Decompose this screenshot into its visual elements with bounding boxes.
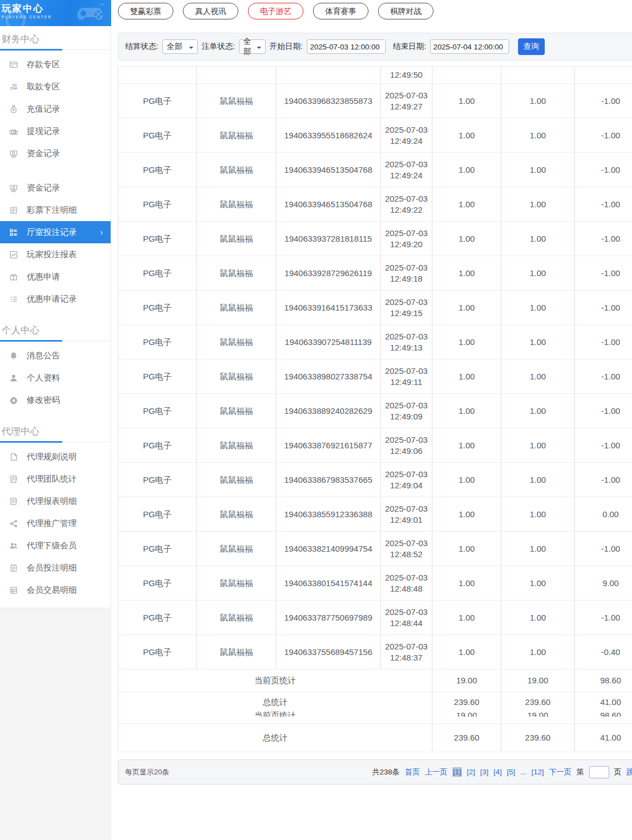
sidebar-item-label: 会员投注明细	[27, 563, 77, 573]
cell-bet-amount: 1.00	[432, 256, 501, 290]
cell-datetime: 2025-07-03 12:49:01	[381, 497, 432, 531]
cell-profit: -1.00	[575, 394, 632, 428]
cell-valid-amount: 1.00	[501, 118, 575, 152]
cell-datetime: 2025-07-03 12:48:37	[381, 635, 432, 669]
cell-platform: PG电子	[118, 601, 197, 634]
page-number-link[interactable]: [4]	[494, 768, 502, 776]
cell-datetime: 2025-07-03 12:49:27	[381, 84, 432, 118]
cell-platform: PG电子	[118, 635, 197, 669]
sidebar-item[interactable]: 优惠申请记录	[0, 288, 111, 310]
table-row: PG电子 鼠鼠福福 1940633937281818115 2025-07-03…	[118, 222, 632, 256]
banknote-icon	[9, 149, 18, 158]
sidebar-item-label: 优惠申请	[27, 272, 60, 282]
sidebar-item[interactable]: 会员交易明细	[0, 579, 111, 601]
sidebar-item[interactable]: 代理下级会员	[0, 534, 111, 557]
cell-platform: PG电子	[118, 291, 197, 324]
sidebar-item[interactable]: 代理团队统计	[0, 468, 111, 490]
sidebar-item-label: 代理团队统计	[27, 474, 77, 484]
sidebar-item-label: 资金记录	[27, 183, 60, 193]
table-row: PG电子 鼠鼠福福 1940633867983537665 2025-07-03…	[118, 463, 632, 497]
sidebar-item[interactable]: 彩票下注明细	[0, 199, 111, 221]
share-icon	[9, 519, 18, 528]
cell-bet-amount: 1.00	[432, 428, 501, 462]
gamepad-icon	[76, 1, 108, 26]
category-tab[interactable]: 真人视讯	[183, 3, 238, 19]
cell-game: 鼠鼠福福	[197, 256, 276, 290]
sidebar-item[interactable]: 代理报表明细	[0, 490, 111, 512]
page-number-link[interactable]: [3]	[480, 768, 489, 776]
sidebar-item[interactable]: 存款专区	[0, 53, 111, 76]
category-tab[interactable]: 雙赢彩票	[118, 3, 173, 19]
cell-order-number: 1940633946513504768	[276, 187, 381, 221]
cell-bet-amount: 1.00	[432, 84, 501, 118]
sidebar-item[interactable]: 消息公告	[0, 344, 111, 367]
page-number-link[interactable]: [5]	[507, 768, 515, 776]
cell-order-number: 1940633889240282629	[276, 394, 381, 428]
cell-valid-amount: 1.00	[501, 84, 575, 118]
cell-bet-amount: 1.00	[432, 118, 501, 152]
cell-valid-amount: 1.00	[501, 256, 575, 290]
start-date-input[interactable]	[307, 39, 386, 54]
search-button[interactable]: 查询	[518, 38, 545, 55]
sidebar-item[interactable]: 代理规则说明	[0, 446, 111, 468]
cell-profit: -1.00	[575, 532, 632, 566]
page-number-link[interactable]: [2]	[467, 768, 475, 776]
sidebar-item[interactable]: 会员投注明细	[0, 557, 111, 579]
table-row: PG电子 鼠鼠福福 1940633898027338754 2025-07-03…	[118, 359, 632, 394]
order-status-select[interactable]: 全部	[239, 39, 266, 54]
page-number-link[interactable]: [12]	[531, 768, 544, 776]
sidebar-item[interactable]: 提现记录	[0, 120, 111, 142]
cell-datetime: 2025-07-03 12:49:22	[381, 187, 432, 221]
cell-valid-amount: 1.00	[501, 187, 575, 221]
cell-platform: PG电子	[118, 359, 197, 393]
sidebar-section: 个人中心 消息公告 个人资料	[0, 322, 111, 411]
prev-page-link[interactable]: 上一页	[425, 767, 447, 777]
sidebar-item[interactable]: 取款专区	[0, 76, 111, 98]
next-page-link[interactable]: 下一页	[549, 767, 572, 777]
sidebar-item-label: 代理下级会员	[27, 541, 77, 551]
sidebar-item[interactable]: 资金记录	[0, 177, 111, 199]
cell-profit: 0.00	[575, 497, 632, 531]
cell-game: 鼠鼠福福	[197, 187, 276, 221]
cell-game: 鼠鼠福福	[197, 153, 276, 187]
sidebar-item[interactable]: 玩家投注报表	[0, 243, 111, 266]
sidebar-item[interactable]: 资金记录	[0, 142, 111, 164]
sidebar-section: 代理中心 代理规则说明 代理团队统计	[0, 423, 111, 601]
sidebar-section-header-label: 个人中心	[2, 325, 39, 336]
sidebar-item[interactable]: 充值记录	[0, 98, 111, 120]
report-icon	[9, 474, 18, 483]
cell-bet-amount: 1.00	[432, 222, 501, 256]
cell-datetime: 2025-07-03 12:48:44	[381, 601, 432, 634]
category-tab[interactable]: 棋牌对战	[378, 3, 434, 19]
page-number-link[interactable]: [1]	[452, 767, 462, 777]
page-number-link[interactable]: ...	[520, 768, 526, 776]
sidebar-item[interactable]: 厅室投注记录 ›	[0, 221, 111, 243]
settle-status-label: 结算状态:	[125, 42, 158, 52]
cell-profit: -1.00	[575, 291, 632, 324]
category-tab[interactable]: 体育赛事	[313, 3, 369, 19]
money-bag-icon	[9, 104, 18, 113]
chart-report-icon	[9, 250, 18, 259]
first-page-link[interactable]: 首页	[405, 767, 420, 777]
cell-platform: PG电子	[118, 256, 197, 290]
sidebar-item[interactable]: 个人资料	[0, 367, 111, 389]
sidebar-item[interactable]: 修改密码	[0, 389, 111, 411]
category-tab[interactable]: 电子游艺	[248, 3, 303, 19]
start-date-label: 开始日期:	[270, 42, 303, 52]
table-row: PG电子 鼠鼠福福 1940633946513504768 2025-07-03…	[118, 153, 632, 187]
cell-valid-amount: 1.00	[501, 325, 575, 359]
sidebar-item[interactable]: 优惠申请	[0, 266, 111, 288]
cell-bet-amount: 1.00	[432, 635, 501, 669]
jump-button[interactable]: 跳转	[626, 767, 632, 777]
settle-status-select[interactable]: 全部	[162, 39, 198, 54]
cell-order-number: 1940633876921615877	[276, 428, 381, 462]
summary-label: 当前页统计	[118, 669, 432, 692]
end-date-input[interactable]	[430, 39, 509, 54]
page-jump-input[interactable]	[589, 766, 609, 778]
cell-order-number: 1940633946513504768	[276, 153, 381, 187]
table-row: PG电子 鼠鼠福福 1940633876921615877 2025-07-03…	[118, 428, 632, 463]
sidebar-item[interactable]: 代理推广管理	[0, 512, 111, 534]
table-row: PG电子 鼠鼠福福 1940633946513504768 2025-07-03…	[118, 187, 632, 222]
cell-profit: -1.00	[575, 601, 632, 634]
cell-datetime: 2025-07-03 12:49:13	[381, 325, 432, 359]
